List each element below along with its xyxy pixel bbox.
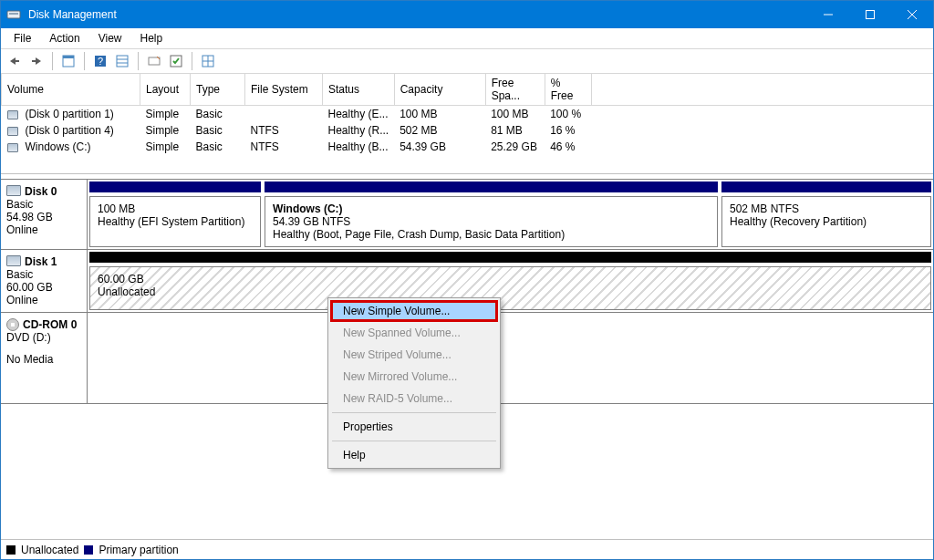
column-volume[interactable]: Volume [2, 74, 140, 106]
view-list-button[interactable] [112, 51, 132, 71]
partition-windows-c[interactable]: Windows (C:) 54.39 GB NTFS Healthy (Boot… [265, 196, 718, 247]
context-menu: New Simple Volume... New Spanned Volume.… [327, 297, 501, 469]
partition-sub: 54.39 GB NTFS [273, 215, 710, 228]
cd-sub: DVD (D:) [6, 331, 81, 344]
volume-filesystem: NTFS [245, 139, 323, 155]
disk-header[interactable]: Disk 0 Basic 54.98 GB Online [1, 180, 88, 249]
volume-icon [7, 110, 18, 119]
stripe-segment [721, 181, 931, 192]
settings-button[interactable] [144, 51, 164, 71]
action-button[interactable] [166, 51, 186, 71]
minimize-button[interactable] [807, 1, 849, 28]
ctx-new-spanned-volume: New Spanned Volume... [330, 322, 498, 344]
legend: Unallocated Primary partition [1, 539, 933, 559]
column-header-row[interactable]: Volume Layout Type File System Status Ca… [2, 74, 934, 106]
partition-stripe [88, 180, 933, 194]
svg-rect-3 [867, 11, 875, 19]
partition-recovery[interactable]: 502 MB NTFS Healthy (Recovery Partition) [721, 196, 931, 247]
maximize-button[interactable] [849, 1, 891, 28]
disk-management-window: Disk Management File Action View Help ? [0, 0, 934, 560]
ctx-help[interactable]: Help [330, 444, 498, 466]
volume-layout: Simple [140, 106, 191, 123]
volume-capacity: 502 MB [394, 122, 485, 139]
volume-list[interactable]: Volume Layout Type File System Status Ca… [1, 74, 933, 174]
toolbar-separator [192, 52, 192, 70]
stripe-segment [89, 252, 931, 263]
volume-status: Healthy (R... [323, 122, 395, 139]
ctx-new-raid5-volume: New RAID-5 Volume... [330, 388, 498, 410]
window-controls [807, 1, 933, 28]
column-filesystem[interactable]: File System [245, 74, 323, 106]
legend-primary: Primary partition [99, 544, 178, 556]
disk-header[interactable]: CD-ROM 0 DVD (D:) No Media [1, 313, 88, 403]
volume-layout: Simple [140, 139, 191, 155]
volume-filesystem: NTFS [245, 122, 323, 139]
volume-row[interactable]: (Disk 0 partition 4) Simple Basic NTFS H… [2, 122, 934, 139]
ctx-separator [332, 412, 496, 413]
partition-status: Healthy (EFI System Partition) [98, 215, 253, 228]
ctx-separator [332, 441, 496, 441]
unallocated-label: Unallocated [98, 285, 923, 298]
disk-size: 60.00 GB [6, 281, 81, 294]
column-freespace[interactable]: Free Spa... [485, 74, 545, 106]
column-percent-free[interactable]: % Free [545, 74, 591, 106]
partition-status: Healthy (Recovery Partition) [730, 215, 923, 228]
column-status[interactable]: Status [323, 74, 395, 106]
app-icon [1, 7, 26, 22]
cd-state: No Media [6, 353, 81, 366]
unallocated-region[interactable]: 60.00 GB Unallocated [89, 266, 931, 310]
partition-title: Windows (C:) [273, 202, 710, 215]
refresh-button[interactable] [198, 51, 218, 71]
menu-view[interactable]: View [89, 30, 131, 47]
close-button[interactable] [891, 1, 933, 28]
volume-percent-free: 46 % [545, 139, 591, 155]
volume-layout: Simple [140, 122, 191, 139]
disk-label: Disk 1 [25, 255, 57, 268]
svg-rect-12 [117, 56, 128, 67]
volume-icon [7, 127, 18, 136]
column-capacity[interactable]: Capacity [394, 74, 485, 106]
volume-capacity: 54.39 GB [394, 139, 485, 155]
volume-free: 100 MB [485, 106, 545, 123]
partition-size: 100 MB [98, 202, 253, 215]
unallocated-size: 60.00 GB [98, 273, 923, 285]
disk-icon [6, 185, 21, 196]
volume-filesystem [245, 106, 323, 123]
titlebar: Disk Management [1, 1, 933, 28]
partition-sub: 502 MB NTFS [730, 202, 923, 215]
menu-help[interactable]: Help [131, 30, 172, 47]
volume-percent-free: 16 % [545, 122, 591, 139]
volume-free: 81 MB [485, 122, 545, 139]
disk-row-disk0[interactable]: Disk 0 Basic 54.98 GB Online 100 MB Heal… [1, 179, 933, 250]
menu-action[interactable]: Action [40, 30, 88, 47]
partition-efi[interactable]: 100 MB Healthy (EFI System Partition) [89, 196, 261, 247]
ctx-properties[interactable]: Properties [330, 416, 498, 438]
volume-name: Windows (C:) [20, 139, 140, 155]
show-hide-tree-button[interactable] [58, 51, 78, 71]
back-button[interactable] [5, 51, 25, 71]
help-button[interactable]: ? [90, 51, 110, 71]
volume-name: (Disk 0 partition 4) [20, 122, 140, 139]
column-layout[interactable]: Layout [140, 74, 191, 106]
volume-status: Healthy (B... [323, 139, 395, 155]
menu-file[interactable]: File [5, 30, 40, 47]
disk-type: Basic [6, 198, 81, 211]
volume-row[interactable]: (Disk 0 partition 1) Simple Basic Health… [2, 106, 934, 123]
volume-type: Basic [191, 106, 245, 123]
disk-icon [6, 255, 21, 266]
stripe-segment [265, 181, 718, 192]
disk-label: Disk 0 [25, 185, 57, 198]
cdrom-icon [6, 318, 19, 331]
forward-button[interactable] [26, 51, 47, 71]
column-type[interactable]: Type [191, 74, 245, 106]
volume-free: 25.29 GB [485, 139, 545, 155]
svg-rect-6 [16, 60, 19, 62]
svg-rect-1 [9, 13, 18, 15]
window-title: Disk Management [26, 8, 807, 21]
toolbar-separator [52, 52, 53, 70]
unallocated-stripe [88, 250, 933, 264]
legend-swatch-unallocated [6, 545, 16, 555]
ctx-new-simple-volume[interactable]: New Simple Volume... [330, 300, 498, 322]
disk-header[interactable]: Disk 1 Basic 60.00 GB Online [1, 250, 88, 312]
volume-row[interactable]: Windows (C:) Simple Basic NTFS Healthy (… [2, 139, 934, 155]
